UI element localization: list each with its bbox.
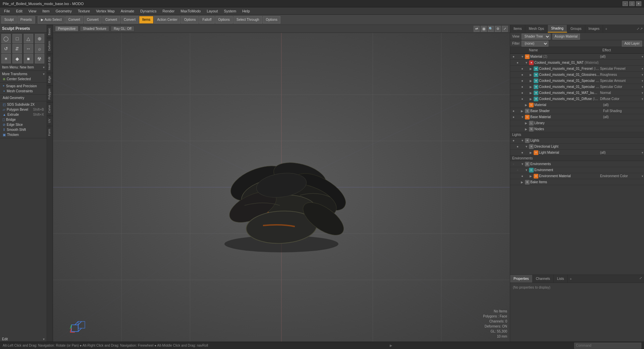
rtab-images[interactable]: Images [585,25,603,33]
viewport-canvas[interactable]: No Items Polygons : Face Channels: 0 Def… [53,33,510,342]
window-controls[interactable]: − □ ✕ [623,1,641,6]
tree-row-gloss[interactable]: ● ▶ ■ Cooked_mussels_meat_01_Glossiness … [510,72,644,78]
tree-row-lights[interactable]: ● ▼ ☀ Lights [510,138,644,144]
tree-row-envs[interactable]: ● ▼ E Environments [510,161,644,167]
tree-row-diffuse[interactable]: ● ▶ ■ Cooked_mussels_meat_01_Diffuse (Im… [510,96,644,102]
rtab-shading[interactable]: Shading [548,25,567,33]
tool-icon-9[interactable]: ✶ [1,54,11,63]
action-center-btn[interactable]: Action Center [154,16,180,23]
falloff-btn[interactable]: Falloff [199,16,214,23]
expand-envs[interactable]: ▼ [521,162,525,166]
edge-slice-btn[interactable]: ⊘ Edge Slice [0,122,47,127]
eye-icon-5[interactable]: ● [520,84,525,90]
snaps-precision-btn[interactable]: ⌖ Snaps and Precision [0,83,47,89]
vtab-polygon[interactable]: Polygon [47,86,53,102]
vp-expand-icon[interactable]: ⤢ [502,26,508,32]
tool-icon-6[interactable]: ⇵ [12,44,22,53]
presets-btn[interactable]: Presets [17,16,35,23]
options-btn-1[interactable]: Options [181,16,199,23]
right-panel-shrink[interactable]: ↗ [640,27,643,31]
tree-row-normal[interactable]: ● ▶ ■ Cooked_mussels_meat_01_MAT_bump_ba… [510,90,644,96]
vp-sync-icon[interactable]: ⇄ [474,26,480,32]
eye-icon-9[interactable]: ● [511,108,516,114]
tool-icon-5[interactable]: ↺ [1,44,11,53]
fresnel-dropdown[interactable]: ▾ [642,67,643,70]
effect-dropdown-0[interactable]: ▾ [642,55,643,58]
convert-btn-4[interactable]: Convert [121,16,139,23]
normal-dropdown[interactable]: ▾ [642,91,643,95]
expand-4[interactable]: ▶ [530,79,534,83]
expand-7[interactable]: ▶ [530,97,534,101]
expand-nodes[interactable]: ▶ [525,128,529,131]
tool-icon-8[interactable]: ⌕ [35,44,44,53]
convert-btn-3[interactable]: Convert [102,16,120,23]
menu-texture[interactable]: Texture [75,8,93,14]
tree-row-spec-amount[interactable]: ● ▶ ■ Cooked_mussels_meat_01_Specular (I… [510,78,644,84]
expand-bake[interactable]: ▶ [521,181,525,184]
eye-icon-1[interactable]: ● [515,60,520,65]
tree-row-dir-light[interactable]: ● ▼ ☀ Directional Light [510,144,644,150]
menu-layout[interactable]: Layout [204,8,220,14]
vp-tab-shaded[interactable]: Shaded Texture [80,26,109,32]
tree-row-base-shader[interactable]: ● ▶ S Base Shader Full Shading [510,108,644,114]
eye-icon-2[interactable]: ● [520,66,525,71]
eye-icon-dir[interactable]: ● [515,144,520,149]
expand-2[interactable]: ▶ [530,67,534,70]
gloss-dropdown[interactable]: ▾ [642,73,643,77]
ptab-channels[interactable]: Channels [533,275,554,283]
vtab-basic[interactable]: Basic [47,25,53,38]
menu-item[interactable]: Item [40,8,52,14]
tool-icon-10[interactable]: ◆ [12,54,22,63]
expand-6[interactable]: ▶ [530,91,534,95]
sds-subdivide-btn[interactable]: ◰ SDS Subdivide 2X [0,102,47,107]
tree-row-env-mat[interactable]: ● ▶ M Environment Material Environment C… [510,173,644,179]
right-panel-expand[interactable]: ⤢ [637,27,639,31]
spec-color-dropdown[interactable]: ▾ [642,85,643,89]
menu-geometry[interactable]: Geometry [53,8,74,14]
tree-row-base-material[interactable]: ● ▼ M Base Material (all) [510,114,644,120]
polygon-bevel-btn[interactable]: ▱ Polygon Bevel Shift+B [0,107,47,112]
expand-emat[interactable]: ▶ [530,174,534,178]
vp-search-icon[interactable]: 🔍 [488,26,494,32]
expand-5[interactable]: ▶ [530,85,534,89]
tree-row-spec-color[interactable]: ● ▶ ■ Cooked_mussels_meat_01_Specular (I… [510,84,644,90]
spec-amount-dropdown[interactable]: ▾ [642,79,643,83]
menu-system[interactable]: System [221,8,239,14]
expand-1[interactable]: ▼ [525,61,529,64]
convert-btn-2[interactable]: Convert [84,16,102,23]
expand-0[interactable]: ▼ [521,55,525,58]
select-through-btn[interactable]: Select Through [233,16,262,23]
eye-icon-7[interactable]: ● [520,96,525,102]
tree-row-light-mat[interactable]: ● ▶ M Light Material (all) ▾ [510,150,644,156]
tool-icon-2[interactable]: □ [12,34,22,43]
add-layer-btn[interactable]: Add Layer [622,41,642,47]
tool-icon-12[interactable]: ☢ [35,54,44,63]
maximize-btn[interactable]: □ [629,1,635,6]
prop-resize-btn[interactable]: ⤢ [639,276,642,280]
expand-8[interactable]: ▶ [525,103,529,107]
light-mat-dropdown[interactable]: ▾ [642,151,643,154]
vtab-curve[interactable]: Curve [47,102,53,116]
extrude-btn[interactable]: ▲ Extrude Shift+X [0,112,47,117]
menu-maxtomodo[interactable]: MaxToModo [178,8,204,14]
filter-select[interactable]: (none) [522,41,548,47]
rtab-add[interactable]: + [603,26,609,32]
menu-render[interactable]: Render [160,8,177,14]
more-transforms-dropdown[interactable]: More Transforms ▾ [0,71,47,77]
eye-icon-emat[interactable]: ● [520,173,525,179]
view-select[interactable]: Shader Tree [522,34,550,40]
tool-icon-7[interactable]: ↔ [24,44,33,53]
rtab-mesh-ops[interactable]: Mesh Ops [525,25,548,33]
eye-icon-10[interactable]: ● [511,114,516,120]
tool-icon-1[interactable]: ◯ [1,34,11,43]
ptab-lists[interactable]: Lists [554,275,568,283]
env-mat-dropdown[interactable]: ▾ [642,174,643,178]
expand-dir[interactable]: ▼ [525,145,529,148]
ptab-add[interactable]: + [568,276,574,282]
menu-view[interactable]: View [26,8,39,14]
assign-material-btn[interactable]: Assign Material [552,34,580,40]
mesh-constraints-btn[interactable]: ⚬ Mesh Constraints [0,89,47,94]
convert-btn-1[interactable]: Convert [65,16,83,23]
items-btn[interactable]: Items [139,16,153,23]
expand-10[interactable]: ▼ [521,115,525,119]
